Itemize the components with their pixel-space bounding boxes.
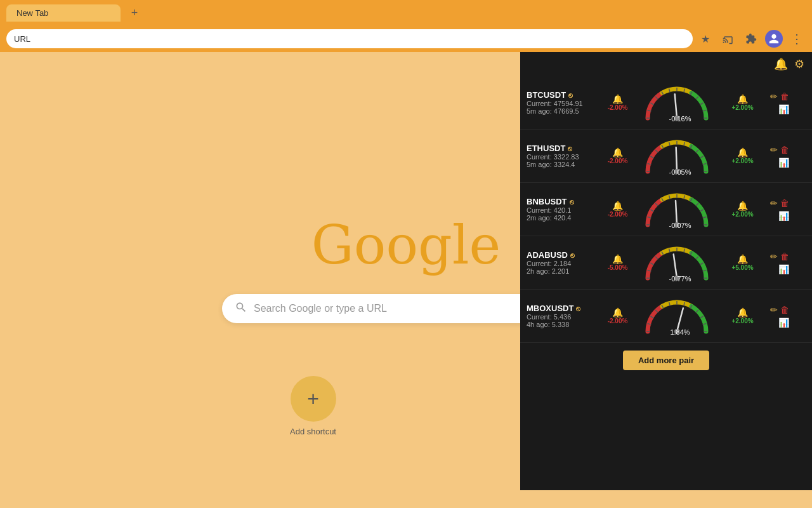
bell-high-icon: 🔔 — [737, 147, 748, 157]
row-actions: ✏ 🗑 📊 — [764, 145, 789, 168]
link-icon[interactable]: ⎋ — [568, 145, 572, 152]
edit-icon[interactable]: ✏ — [770, 145, 778, 155]
edit-delete-row: ✏ 🗑 — [770, 251, 789, 262]
edit-icon[interactable]: ✏ — [770, 251, 778, 262]
chart-row: 📊 — [778, 157, 789, 168]
alert-high[interactable]: 🔔 +2.00% — [725, 201, 760, 218]
delete-icon[interactable]: 🗑 — [780, 145, 789, 155]
main-page: Google Search Google or type a URL + Add… — [0, 52, 812, 508]
link-icon[interactable]: ⎋ — [568, 91, 573, 99]
search-placeholder: Search Google or type a URL — [254, 303, 387, 314]
chart-icon[interactable]: 📊 — [778, 264, 789, 274]
extensions-icon[interactable] — [742, 30, 760, 48]
chart-row: 📊 — [778, 318, 789, 328]
gauge: -0.16% — [639, 79, 721, 126]
alert-low[interactable]: 🔔 -5.00% — [600, 254, 635, 271]
chart-row: 📊 — [778, 211, 789, 221]
bell-low-icon: 🔔 — [612, 254, 623, 264]
edit-delete-row: ✏ 🗑 — [770, 305, 789, 315]
crypto-pair-name: BNBUSDT ⎋ — [527, 197, 596, 206]
crypto-ago: 4h ago: 5.338 — [527, 321, 596, 328]
search-icon — [235, 301, 247, 317]
bell-high-icon: 🔔 — [737, 201, 748, 211]
bell-high-icon: 🔔 — [737, 94, 748, 104]
alert-high[interactable]: 🔔 +2.00% — [725, 307, 760, 324]
alert-low[interactable]: 🔔 -2.00% — [600, 94, 635, 111]
link-icon[interactable]: ⎋ — [576, 305, 580, 312]
edit-icon[interactable]: ✏ — [770, 91, 778, 102]
chart-icon[interactable]: 📊 — [778, 104, 789, 114]
crypto-current: Current: 5.436 — [527, 313, 596, 321]
tab-bar: New Tab + — [0, 0, 812, 25]
alert-low[interactable]: 🔔 -2.00% — [600, 201, 635, 218]
crypto-pair-name: ADABUSD ⎋ — [527, 250, 596, 260]
crypto-row: MBOXUSDT ⎋ Current: 5.436 4h ago: 5.338 … — [520, 290, 812, 343]
alert-high[interactable]: 🔔 +2.00% — [725, 94, 760, 111]
alert-low-pct: -5.00% — [608, 264, 628, 271]
link-icon[interactable]: ⎋ — [570, 251, 575, 259]
cast-icon[interactable] — [719, 30, 737, 48]
edit-icon[interactable]: ✏ — [770, 198, 778, 208]
chart-icon[interactable]: 📊 — [778, 157, 789, 168]
new-tab-button[interactable]: + — [126, 4, 143, 22]
add-shortcut-label: Add shortcut — [290, 427, 336, 436]
add-more-pair-button[interactable]: Add more pair — [623, 351, 709, 370]
active-tab[interactable]: New Tab — [6, 4, 121, 22]
delete-icon[interactable]: 🗑 — [780, 198, 789, 208]
alert-high[interactable]: 🔔 +5.00% — [725, 254, 760, 271]
bell-high-icon: 🔔 — [737, 307, 748, 318]
crypto-ago: 2m ago: 420.4 — [527, 214, 596, 222]
bell-low-icon: 🔔 — [612, 94, 623, 104]
url-bar[interactable]: URL — [6, 29, 693, 48]
gauge: -0.07% — [639, 185, 721, 233]
chart-icon[interactable]: 📊 — [778, 318, 789, 328]
crypto-row: ADABUSD ⎋ Current: 2.184 2h ago: 2.201 🔔… — [520, 236, 812, 290]
delete-icon[interactable]: 🗑 — [780, 251, 789, 262]
crypto-info: ADABUSD ⎋ Current: 2.184 2h ago: 2.201 — [527, 250, 596, 275]
gauge: 1.84% — [639, 292, 721, 340]
url-text: URL — [14, 34, 30, 44]
panel-bell-icon[interactable]: 🔔 — [774, 57, 788, 71]
edit-delete-row: ✏ 🗑 — [770, 198, 789, 208]
panel-header: 🔔 ⚙ — [520, 52, 812, 76]
crypto-current: Current: 47594.91 — [527, 100, 596, 107]
alert-low-pct: -2.00% — [608, 211, 628, 218]
gauge-pct: -0.05% — [669, 168, 691, 176]
add-shortcut-button[interactable]: + Add shortcut — [290, 376, 336, 436]
bell-high-icon: 🔔 — [737, 254, 748, 264]
alert-high-pct: +2.00% — [731, 211, 753, 218]
chart-row: 📊 — [778, 104, 789, 114]
bell-low-icon: 🔔 — [612, 307, 623, 318]
delete-icon[interactable]: 🗑 — [780, 91, 789, 102]
row-actions: ✏ 🗑 📊 — [764, 305, 789, 328]
alert-high-pct: +2.00% — [731, 157, 753, 164]
alert-low[interactable]: 🔔 -2.00% — [600, 147, 635, 164]
alert-high[interactable]: 🔔 +2.00% — [725, 147, 760, 164]
profile-icon[interactable] — [765, 30, 783, 48]
alert-low[interactable]: 🔔 -2.00% — [600, 307, 635, 324]
tab-label: New Tab — [16, 8, 48, 18]
crypto-info: ETHUSDT ⎋ Current: 3322.83 5m ago: 3324.… — [527, 144, 596, 168]
menu-icon[interactable]: ⋮ — [788, 30, 806, 48]
browser-toolbar: URL ★ ⋮ — [0, 25, 812, 52]
chart-row: 📊 — [778, 264, 789, 274]
crypto-pair-name: ETHUSDT ⎋ — [527, 144, 596, 153]
chart-icon[interactable]: 📊 — [778, 211, 789, 221]
panel-settings-icon[interactable]: ⚙ — [794, 57, 804, 71]
crypto-info: BNBUSDT ⎋ Current: 420.1 2m ago: 420.4 — [527, 197, 596, 222]
crypto-rows-container: BTCUSDT ⎋ Current: 47594.91 5m ago: 4766… — [520, 76, 812, 343]
link-icon[interactable]: ⎋ — [570, 198, 574, 206]
edit-icon[interactable]: ✏ — [770, 305, 778, 315]
gauge-pct: 1.84% — [670, 328, 690, 336]
alert-high-pct: +2.00% — [731, 104, 753, 111]
star-icon[interactable]: ★ — [697, 30, 714, 48]
crypto-ago: 2h ago: 2.201 — [527, 267, 596, 275]
gauge-pct: -0.77% — [669, 275, 691, 283]
gauge: -0.05% — [639, 132, 721, 180]
gauge: -0.77% — [639, 239, 721, 286]
crypto-row: ETHUSDT ⎋ Current: 3322.83 5m ago: 3324.… — [520, 130, 812, 183]
delete-icon[interactable]: 🗑 — [780, 305, 789, 315]
gauge-pct: -0.16% — [669, 115, 691, 123]
add-shortcut-circle-icon: + — [291, 376, 336, 422]
google-logo: Google — [311, 214, 501, 276]
